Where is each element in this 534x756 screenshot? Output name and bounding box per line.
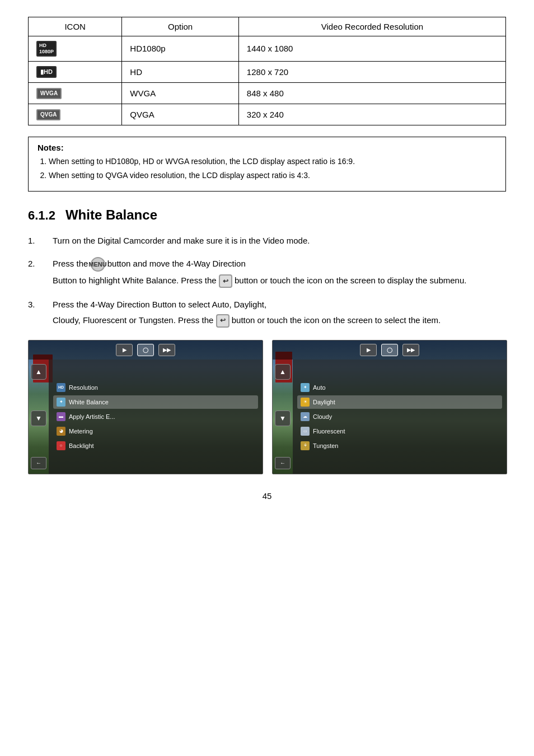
step-2: 2. Press the MENU button and move the 4-… — [28, 257, 506, 288]
tungsten-label: Tungsten — [313, 442, 338, 449]
menu-item-metering[interactable]: ◕ Metering — [53, 424, 258, 438]
menu-top-bar-right: ▶ ◯ ▶▶ — [273, 340, 507, 360]
menu-item-white-balance[interactable]: ✦ White Balance — [53, 395, 258, 409]
photo-mode-icon-left: ◯ — [137, 344, 154, 356]
icon-cell-qvga: QVGA — [29, 104, 122, 125]
table-row: HD1080P HD1080p 1440 x 1080 — [29, 36, 506, 62]
side-arrows-left: ▲ ▼ ← — [29, 360, 49, 474]
step-3-text-line2: Cloudy, Fluorescent or Tungsten. Press t… — [53, 314, 506, 328]
menu-items-right: ✦ Auto ☀ Daylight ☁ Cloudy ▭ Fluorescent — [293, 360, 507, 474]
table-row: WVGA WVGA 848 x 480 — [29, 82, 506, 104]
menu-item-auto[interactable]: ✦ Auto — [297, 381, 502, 394]
resolution-hd: 1280 x 720 — [238, 61, 505, 82]
notes-item-1: When setting to HD1080p, HD or WVGA reso… — [49, 156, 496, 168]
notes-title: Notes: — [38, 143, 496, 152]
menu-item-fluorescent[interactable]: ▭ Fluorescent — [297, 424, 502, 438]
step-2-number: 2. — [28, 257, 44, 270]
menu-overlay-left: ▶ ◯ ▶▶ ▲ ▼ ← HD Resolution ✦ Whi — [29, 340, 263, 474]
resolution-label: Resolution — [69, 384, 98, 391]
icon-cell-hd: ▮HD — [29, 61, 122, 82]
white-balance-label: White Balance — [69, 399, 109, 405]
back-button-left[interactable]: ← — [31, 457, 46, 469]
step-3-number: 3. — [28, 298, 44, 311]
step-1-number: 1. — [28, 234, 44, 247]
option-hd1080p: HD1080p — [122, 36, 239, 62]
option-hd: HD — [122, 61, 239, 82]
playback-mode-icon-right: ▶▶ — [402, 344, 419, 356]
menu-item-daylight[interactable]: ☀ Daylight — [297, 395, 502, 409]
table-row: ▮HD HD 1280 x 720 — [29, 61, 506, 82]
ok-button-icon: ↩ — [219, 274, 232, 288]
artistic-label: Apply Artistic E... — [69, 413, 115, 420]
metering-icon: ◕ — [57, 427, 65, 436]
screenshots-container: ▶ ◯ ▶▶ ▲ ▼ ← HD Resolution ✦ Whi — [28, 340, 506, 474]
table-header-resolution: Video Recorded Resolution — [238, 17, 505, 36]
backlight-icon: ○ — [57, 441, 65, 450]
step-1: 1. Turn on the Digital Camcorder and mak… — [28, 234, 506, 247]
wb-icon: ✦ — [57, 398, 65, 407]
resolution-qvga: 320 x 240 — [238, 104, 505, 125]
down-arrow-right[interactable]: ▼ — [275, 410, 291, 426]
screenshot-right: ▶ ◯ ▶▶ ▲ ▼ ← ✦ Auto ☀ Daylight — [272, 340, 507, 474]
section-number: 6.1.2 — [28, 208, 55, 223]
backlight-label: Backlight — [69, 442, 94, 449]
cloudy-icon: ☁ — [301, 412, 310, 421]
step-2-text-line2: Button to highlight White Balance. Press… — [53, 274, 506, 288]
menu-overlay-right: ▶ ◯ ▶▶ ▲ ▼ ← ✦ Auto ☀ Daylight — [273, 340, 507, 474]
menu-item-tungsten[interactable]: ⚘ Tungsten — [297, 439, 502, 452]
auto-label: Auto — [313, 384, 326, 391]
step-2-text-line1: Press the MENU button and move the 4-Way… — [53, 257, 506, 272]
playback-mode-icon-left: ▶▶ — [158, 344, 175, 356]
side-arrows-right: ▲ ▼ ← — [273, 360, 293, 474]
section-heading: 6.1.2 White Balance — [28, 207, 506, 223]
menu-item-cloudy[interactable]: ☁ Cloudy — [297, 410, 502, 423]
step-3-content: Press the 4-Way Direction Button to sele… — [53, 298, 506, 327]
fluorescent-label: Fluorescent — [313, 428, 345, 435]
tungsten-icon: ⚘ — [301, 441, 310, 450]
notes-item-2: When setting to QVGA video resolution, t… — [49, 170, 496, 182]
notes-list: When setting to HD1080p, HD or WVGA reso… — [38, 156, 496, 182]
option-qvga: QVGA — [122, 104, 239, 125]
menu-item-resolution[interactable]: HD Resolution — [53, 381, 258, 394]
video-mode-icon-left: ▶ — [116, 344, 133, 356]
photo-mode-icon-right: ◯ — [381, 344, 398, 356]
daylight-icon: ☀ — [301, 398, 310, 407]
menu-body-left: ▲ ▼ ← HD Resolution ✦ White Balance ▬ — [29, 360, 263, 474]
video-mode-icon-right: ▶ — [360, 344, 377, 356]
step-1-content: Turn on the Digital Camcorder and make s… — [53, 234, 506, 247]
back-button-right[interactable]: ← — [275, 457, 291, 469]
screenshot-left: ▶ ◯ ▶▶ ▲ ▼ ← HD Resolution ✦ Whi — [28, 340, 263, 474]
option-wvga: WVGA — [122, 82, 239, 104]
table-header-icon: ICON — [29, 17, 122, 36]
icon-cell-wvga: WVGA — [29, 82, 122, 104]
fluorescent-icon: ▭ — [301, 427, 310, 436]
resolution-hd1080p: 1440 x 1080 — [238, 36, 505, 62]
resolution-icon: HD — [57, 383, 65, 392]
step-1-text: Turn on the Digital Camcorder and make s… — [53, 234, 506, 247]
cloudy-label: Cloudy — [313, 413, 332, 420]
step-2-content: Press the MENU button and move the 4-Way… — [53, 257, 506, 288]
resolution-wvga: 848 x 480 — [238, 82, 505, 104]
down-arrow-left[interactable]: ▼ — [31, 410, 46, 426]
icon-cell-hd1080: HD1080P — [29, 36, 122, 62]
metering-label: Metering — [69, 428, 93, 435]
menu-items-left: HD Resolution ✦ White Balance ▬ Apply Ar… — [49, 360, 263, 474]
table-row: QVGA QVGA 320 x 240 — [29, 104, 506, 125]
menu-item-backlight[interactable]: ○ Backlight — [53, 439, 258, 452]
menu-button-icon: MENU — [91, 257, 105, 272]
page-number: 45 — [28, 491, 506, 501]
section-title: White Balance — [65, 207, 157, 223]
ok-button-icon-2: ↩ — [216, 314, 229, 328]
step-3: 3. Press the 4-Way Direction Button to s… — [28, 298, 506, 327]
step-3-text-line1: Press the 4-Way Direction Button to sele… — [53, 298, 506, 311]
steps-list: 1. Turn on the Digital Camcorder and mak… — [28, 234, 506, 328]
up-arrow-right[interactable]: ▲ — [275, 364, 291, 380]
menu-body-right: ▲ ▼ ← ✦ Auto ☀ Daylight ☁ Cloudy — [273, 360, 507, 474]
daylight-label: Daylight — [313, 399, 335, 405]
up-arrow-left[interactable]: ▲ — [31, 364, 46, 380]
resolution-table: ICON Option Video Recorded Resolution HD… — [28, 17, 506, 125]
menu-top-bar-left: ▶ ◯ ▶▶ — [29, 340, 263, 360]
auto-wb-icon: ✦ — [301, 383, 310, 392]
menu-item-artistic[interactable]: ▬ Apply Artistic E... — [53, 410, 258, 423]
artistic-icon: ▬ — [57, 412, 65, 421]
